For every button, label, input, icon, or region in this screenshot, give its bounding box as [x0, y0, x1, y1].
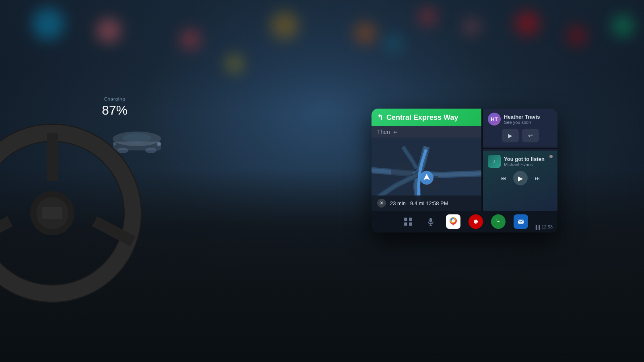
song-title: You got to listen — [504, 156, 553, 162]
svg-rect-23 — [409, 222, 412, 226]
svg-point-5 — [157, 142, 161, 146]
youtube-music-button[interactable] — [469, 214, 483, 229]
eta-text: 23 min · 9.4 mi 12:58 PM — [390, 200, 476, 206]
then-label: Then — [377, 129, 390, 135]
top-overlay — [0, 0, 644, 113]
svg-rect-21 — [409, 218, 412, 221]
then-turn-icon: ↩ — [393, 129, 398, 135]
nav-then-bar: Then ↩ — [372, 126, 481, 138]
contact-name: Heather Travis — [504, 114, 540, 120]
charging-label: Charging — [74, 97, 155, 101]
notification-message: See you soon — [504, 120, 540, 125]
bottom-dock: ▐▐ 12:58 — [372, 211, 557, 232]
svg-rect-36 — [518, 220, 524, 224]
status-time: 12:58 — [541, 224, 553, 229]
google-maps-button[interactable] — [446, 214, 460, 229]
steering-wheel — [0, 113, 153, 314]
music-card[interactable]: ♪ You got to listen Michael Evans ⏮ ▶ ⏭ — [483, 151, 557, 211]
phone-button[interactable] — [491, 214, 506, 229]
messages-button[interactable] — [514, 214, 528, 229]
svg-point-29 — [452, 219, 455, 222]
svg-line-10 — [0, 221, 10, 241]
navigation-arrow — [419, 171, 434, 185]
notification-card[interactable]: HT Heather Travis See you soon ▶ ↩ — [483, 109, 557, 146]
eta-bar: ✕ 23 min · 9.4 mi 12:58 PM — [372, 195, 481, 211]
notification-header: HT Heather Travis See you soon — [488, 113, 553, 125]
music-controls: ⏮ ▶ ⏭ — [488, 171, 553, 185]
svg-rect-17 — [391, 162, 413, 176]
status-bar: ▐▐ 12:58 — [534, 224, 553, 229]
play-message-button[interactable]: ▶ — [502, 129, 519, 142]
music-header: ♪ You got to listen Michael Evans — [488, 155, 553, 168]
panels-row: ↰ Central Express Way Then ↩ — [372, 109, 557, 211]
apps-grid-button[interactable] — [401, 214, 415, 229]
music-dot — [549, 155, 553, 158]
navigation-panel[interactable]: ↰ Central Express Way Then ↩ — [372, 109, 481, 211]
signal-bars-icon: ▐▐ — [534, 225, 540, 229]
prev-track-button[interactable]: ⏮ — [496, 171, 511, 185]
album-art: ♪ — [488, 155, 501, 168]
close-nav-button[interactable]: ✕ — [377, 199, 386, 208]
reply-message-button[interactable]: ↩ — [522, 129, 539, 142]
next-track-button[interactable]: ⏭ — [530, 171, 545, 185]
svg-rect-22 — [404, 222, 407, 226]
svg-rect-24 — [429, 218, 432, 222]
contact-avatar: HT — [488, 113, 501, 125]
microphone-button[interactable] — [423, 214, 438, 229]
street-name: Central Express Way — [386, 113, 476, 122]
nav-header[interactable]: ↰ Central Express Way — [372, 109, 481, 126]
music-info: You got to listen Michael Evans — [504, 156, 553, 167]
card-separator — [483, 148, 557, 149]
svg-rect-20 — [404, 218, 407, 221]
notification-actions: ▶ ↩ — [488, 129, 553, 142]
notification-text: Heather Travis See you soon — [504, 114, 540, 125]
turn-left-icon: ↰ — [377, 113, 383, 122]
artist-name: Michael Evans — [504, 162, 553, 167]
side-panel: HT Heather Travis See you soon ▶ ↩ — [483, 109, 557, 211]
android-auto-panel: ↰ Central Express Way Then ↩ — [372, 109, 557, 232]
play-pause-button[interactable]: ▶ — [513, 171, 528, 185]
svg-rect-14 — [42, 207, 62, 219]
map-area[interactable]: ✕ 23 min · 9.4 mi 12:58 PM — [372, 138, 481, 211]
